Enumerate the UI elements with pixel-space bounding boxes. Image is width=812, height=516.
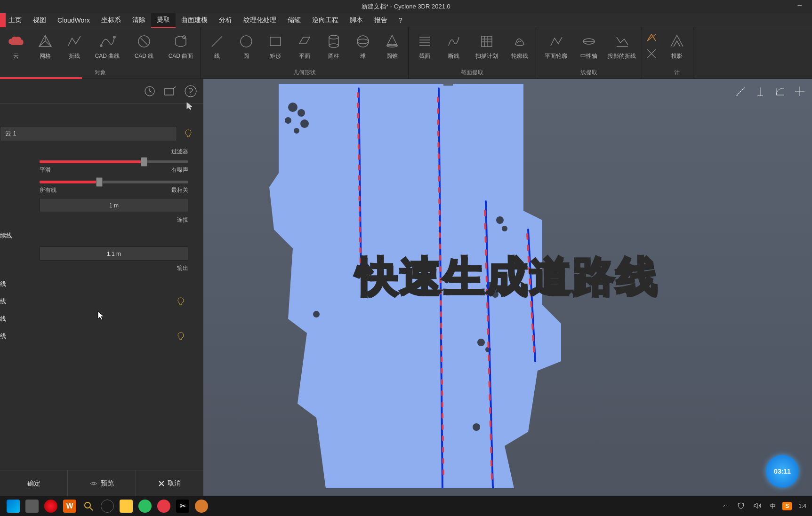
cancel-button[interactable]: 取消: [136, 470, 203, 496]
task-360[interactable]: [136, 497, 154, 516]
svg-point-17: [288, 103, 297, 112]
output-opt-2[interactable]: 线: [0, 291, 196, 312]
menu-analyze[interactable]: 分析: [213, 13, 238, 27]
ok-button[interactable]: 确定: [0, 470, 68, 496]
viewport-tools: [732, 83, 808, 100]
ribbon-contour[interactable]: 轮廓线: [506, 29, 533, 68]
menu-help[interactable]: ?: [393, 14, 408, 27]
preview-button[interactable]: 预览: [68, 470, 136, 496]
menu-reverse[interactable]: 逆向工程: [306, 13, 344, 27]
task-app-red[interactable]: [154, 497, 173, 516]
plane-icon: [295, 32, 314, 51]
viewport-3d[interactable]: 快速生成道路线 03:11: [203, 79, 812, 496]
menu-extract[interactable]: 提取: [151, 13, 176, 28]
help-icon[interactable]: [184, 84, 198, 98]
ribbon-neutral-axis[interactable]: 中性轴: [576, 29, 602, 68]
tray-sogou[interactable]: S: [782, 502, 792, 510]
tray-up-icon[interactable]: [720, 502, 731, 510]
reset-icon[interactable]: [143, 85, 156, 98]
task-ue[interactable]: [98, 497, 117, 516]
ribbon-group-objects: 云 网格 折线 CAD 曲线 CAD 线 CAD 曲面 对: [0, 27, 201, 79]
value-box-1[interactable]: 1 m: [40, 198, 188, 212]
tray-time[interactable]: 1:4: [796, 503, 808, 509]
ribbon-group-lineextract: 平面轮廓 中性轴 投影的折线 线提取: [536, 27, 642, 79]
contour-icon: [510, 32, 529, 51]
tool-a-icon[interactable]: [645, 31, 658, 44]
task-app-orange[interactable]: [192, 497, 211, 516]
value-box-2[interactable]: 1.1 m: [40, 246, 188, 261]
ribbon-cad-line[interactable]: CAD 线: [127, 29, 161, 68]
bulb-button-1[interactable]: [181, 126, 196, 141]
cone-icon: [383, 32, 402, 51]
menu-report[interactable]: 报告: [369, 13, 393, 27]
cad-curve-icon: [98, 32, 117, 51]
output-opt-4[interactable]: 线: [0, 326, 196, 347]
measure-tool-4[interactable]: [791, 83, 808, 100]
ribbon-projection[interactable]: 投影: [664, 29, 690, 68]
neutral-axis-icon: [579, 32, 598, 51]
svg-point-4: [241, 36, 252, 47]
ribbon-plane-contour[interactable]: 平面轮廓: [539, 29, 573, 68]
ribbon-cad-curve[interactable]: CAD 曲线: [90, 29, 124, 68]
measure-tool-2[interactable]: [752, 83, 769, 100]
menu-cloudworx[interactable]: CloudWorx: [52, 14, 96, 27]
menu-coordinate[interactable]: 坐标系: [96, 13, 127, 27]
menu-clear[interactable]: 清除: [127, 13, 151, 27]
taskbar-tray: 中 S 1:4: [720, 502, 808, 511]
popout-icon[interactable]: [163, 85, 177, 98]
ribbon-rect[interactable]: 矩形: [262, 29, 289, 68]
menu-script[interactable]: 脚本: [344, 13, 369, 27]
ribbon-breakline[interactable]: 断线: [441, 29, 467, 68]
plane-contour-icon: [547, 32, 565, 51]
ribbon-circle[interactable]: 圆: [233, 29, 259, 68]
smooth-slider[interactable]: 平滑有噪声: [0, 160, 196, 174]
ribbon-polyline[interactable]: 折线: [61, 29, 88, 68]
svg-point-29: [473, 423, 480, 431]
svg-rect-11: [482, 36, 492, 47]
tray-ime[interactable]: 中: [768, 502, 778, 510]
menu-tank[interactable]: 储罐: [282, 13, 306, 27]
ribbon-scanplan[interactable]: 扫描计划: [470, 29, 504, 68]
svg-point-22: [496, 216, 504, 224]
ribbon-line[interactable]: 线: [204, 29, 230, 68]
task-capcut[interactable]: ✂: [173, 497, 192, 516]
svg-point-23: [502, 226, 507, 231]
ribbon-plane[interactable]: 平面: [291, 29, 318, 68]
bulb-button-2[interactable]: [173, 294, 188, 309]
menu-texture[interactable]: 纹理化处理: [238, 13, 282, 27]
tray-volume-icon[interactable]: [751, 502, 764, 511]
ribbon-cloud[interactable]: 云: [3, 29, 29, 68]
cloud-name-input[interactable]: [0, 126, 177, 141]
svg-point-16: [93, 483, 95, 484]
task-folder[interactable]: [117, 497, 136, 516]
ribbon-group-label-geometry: 几何形状: [293, 68, 316, 79]
task-wps[interactable]: W: [60, 497, 79, 516]
task-search[interactable]: [79, 497, 98, 516]
menu-surface[interactable]: 曲面建模: [176, 13, 213, 27]
ribbon-mesh[interactable]: 网格: [32, 29, 58, 68]
ribbon-projected-polyline[interactable]: 投影的折线: [605, 29, 639, 68]
ribbon-sphere[interactable]: 球: [350, 29, 376, 68]
ribbon-section[interactable]: 截面: [411, 29, 438, 68]
task-opera[interactable]: [41, 497, 60, 516]
relevance-slider[interactable]: 所有线最相关: [0, 181, 196, 194]
output-opt-3[interactable]: 线: [0, 312, 196, 326]
menu-home[interactable]: 主页: [3, 13, 27, 27]
ribbon-cone[interactable]: 圆锥: [379, 29, 405, 68]
task-start[interactable]: [4, 497, 23, 516]
continue-line-option[interactable]: 续线: [0, 229, 196, 243]
ribbon-cylinder[interactable]: 圆柱: [321, 29, 347, 68]
projected-icon: [612, 32, 631, 51]
bulb-button-3[interactable]: [173, 329, 188, 344]
minimize-button[interactable]: −: [793, 1, 806, 10]
task-explorer[interactable]: [23, 497, 41, 516]
measure-tool-3[interactable]: [772, 83, 788, 100]
svg-point-9: [357, 39, 369, 44]
tray-shield-icon[interactable]: [735, 502, 747, 511]
window-title: 新建文档* - Cyclone 3DR 2021.0: [362, 2, 450, 11]
measure-tool-1[interactable]: [732, 83, 749, 100]
output-opt-1[interactable]: 线: [0, 277, 196, 291]
menu-view[interactable]: 视图: [27, 13, 52, 27]
ribbon-cad-surface[interactable]: CAD 曲面: [164, 29, 198, 68]
tool-b-icon[interactable]: [645, 47, 658, 60]
